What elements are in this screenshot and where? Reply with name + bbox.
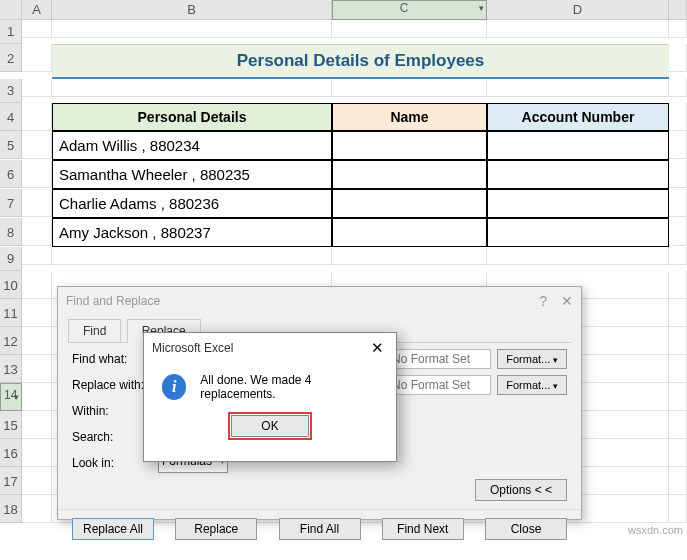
row-2[interactable]: 2 — [0, 44, 22, 72]
cell-A7[interactable] — [22, 189, 52, 217]
select-all-corner[interactable] — [0, 0, 22, 20]
cell-B7[interactable]: Charlie Adams , 880236 — [52, 189, 332, 218]
cell-edge9 — [669, 247, 687, 265]
replace-format-button[interactable]: Format... — [497, 375, 567, 395]
cell-D5[interactable] — [487, 131, 669, 160]
header-personal[interactable]: Personal Details — [52, 103, 332, 131]
cell-A9[interactable] — [22, 247, 52, 265]
cell-A13[interactable] — [22, 355, 52, 383]
cell-edge18 — [669, 495, 687, 523]
row-11[interactable]: 11 — [0, 299, 22, 327]
cell-A10[interactable] — [22, 271, 52, 299]
row-17[interactable]: 17 — [0, 467, 22, 495]
cell-B5[interactable]: Adam Willis , 880234 — [52, 131, 332, 160]
col-B[interactable]: B — [52, 0, 332, 20]
row-4[interactable]: 4 — [0, 103, 22, 131]
col-A[interactable]: A — [22, 0, 52, 20]
find-format-button[interactable]: Format... — [497, 349, 567, 369]
cell-edge12 — [669, 327, 687, 355]
cell-C7[interactable] — [332, 189, 487, 218]
tab-find[interactable]: Find — [68, 319, 121, 342]
find-what-label: Find what: — [72, 352, 152, 366]
ok-button[interactable]: OK — [231, 415, 309, 437]
help-icon[interactable]: ? — [539, 293, 547, 309]
cell-C8[interactable] — [332, 218, 487, 247]
cell-A8[interactable] — [22, 218, 52, 246]
cell-A15[interactable] — [22, 411, 52, 439]
cell-A2[interactable] — [22, 44, 52, 72]
cell-C5[interactable] — [332, 131, 487, 160]
cell-A6[interactable] — [22, 160, 52, 188]
row-15[interactable]: 15 — [0, 411, 22, 439]
replace-button[interactable]: Replace — [175, 518, 257, 540]
page-title: Personal Details of Employees — [52, 44, 669, 79]
cell-B9[interactable] — [52, 247, 332, 265]
cell-D1[interactable] — [487, 20, 669, 38]
close-icon[interactable]: ✕ — [561, 293, 573, 309]
row-1[interactable]: 1 — [0, 20, 22, 44]
dialog-title: Find and Replace — [66, 294, 160, 308]
cell-A14[interactable] — [22, 383, 52, 411]
watermark: wsxdn.com — [628, 524, 683, 536]
col-D[interactable]: D — [487, 0, 669, 20]
cell-edge1 — [669, 20, 687, 38]
cell-D7[interactable] — [487, 189, 669, 218]
cell-C1[interactable] — [332, 20, 487, 38]
cell-C6[interactable] — [332, 160, 487, 189]
cell-C9[interactable] — [332, 247, 487, 265]
cell-B8[interactable]: Amy Jackson , 880237 — [52, 218, 332, 247]
cell-D8[interactable] — [487, 218, 669, 247]
row-13[interactable]: 13 — [0, 355, 22, 383]
cell-D6[interactable] — [487, 160, 669, 189]
row-3[interactable]: 3 — [0, 79, 22, 103]
cell-A3[interactable] — [22, 79, 52, 97]
cell-edge8 — [669, 218, 687, 246]
col-edge — [669, 0, 687, 20]
lookin-label: Look in: — [72, 456, 152, 470]
row-8[interactable]: 8 — [0, 218, 22, 246]
alert-dialog: Microsoft Excel ✕ i All done. We made 4 … — [143, 332, 397, 462]
cell-edge10 — [669, 271, 687, 299]
cell-edge7 — [669, 189, 687, 217]
cell-A1[interactable] — [22, 20, 52, 38]
cell-A12[interactable] — [22, 327, 52, 355]
close-button[interactable]: Close — [485, 518, 567, 540]
header-name[interactable]: Name — [332, 103, 487, 131]
cell-B3[interactable] — [52, 79, 332, 97]
alert-close-icon[interactable]: ✕ — [367, 339, 388, 357]
find-all-button[interactable]: Find All — [279, 518, 361, 540]
row-14[interactable]: 14 — [0, 383, 22, 411]
options-button[interactable]: Options < < — [475, 479, 567, 501]
cell-A18[interactable] — [22, 495, 52, 523]
row-9[interactable]: 9 — [0, 247, 22, 271]
cell-A5[interactable] — [22, 131, 52, 159]
cell-edge17 — [669, 467, 687, 495]
replace-all-button[interactable]: Replace All — [72, 518, 154, 540]
cell-A17[interactable] — [22, 467, 52, 495]
cell-edge13 — [669, 355, 687, 383]
cell-edge14 — [669, 383, 687, 411]
col-C[interactable]: C — [332, 0, 487, 20]
cell-edge4 — [669, 103, 687, 131]
cell-B6[interactable]: Samantha Wheeler , 880235 — [52, 160, 332, 189]
row-7[interactable]: 7 — [0, 189, 22, 217]
search-label: Search: — [72, 430, 152, 444]
cell-B1[interactable] — [52, 20, 332, 38]
cell-D9[interactable] — [487, 247, 669, 265]
row-10[interactable]: 10 — [0, 271, 22, 299]
row-5[interactable]: 5 — [0, 131, 22, 159]
cell-edge16 — [669, 439, 687, 467]
row-12[interactable]: 12 — [0, 327, 22, 355]
alert-message: All done. We made 4 replacements. — [200, 373, 378, 401]
cell-C3[interactable] — [332, 79, 487, 97]
find-next-button[interactable]: Find Next — [382, 518, 464, 540]
cell-A11[interactable] — [22, 299, 52, 327]
row-18[interactable]: 18 — [0, 495, 22, 523]
cell-A16[interactable] — [22, 439, 52, 467]
row-16[interactable]: 16 — [0, 439, 22, 467]
row-6[interactable]: 6 — [0, 160, 22, 188]
cell-A4[interactable] — [22, 103, 52, 131]
cell-D3[interactable] — [487, 79, 669, 97]
header-account[interactable]: Account Number — [487, 103, 669, 131]
replace-with-label: Replace with: — [72, 378, 152, 392]
